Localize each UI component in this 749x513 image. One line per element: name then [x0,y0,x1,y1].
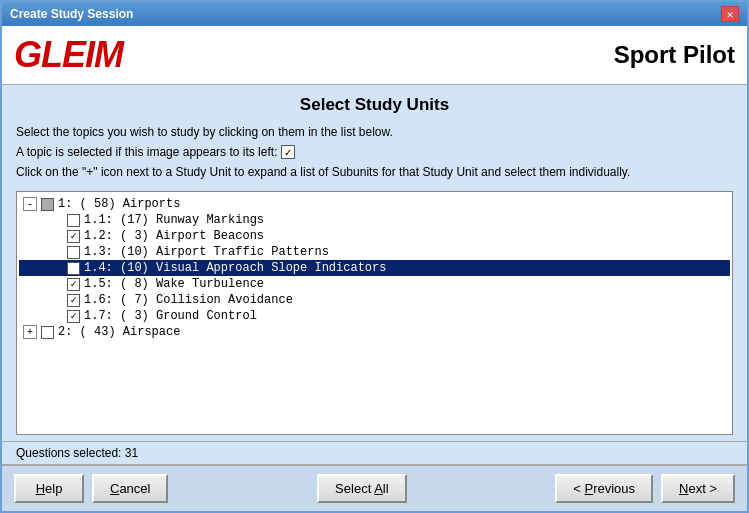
status-bar: Questions selected: 31 [2,441,747,464]
button-bar: Help Cancel Select All < Previous Next > [2,464,747,511]
center-buttons: Select All [317,474,406,503]
item-checkbox[interactable] [67,262,80,275]
list-item[interactable]: 1.1: (17) Runway Markings [19,212,730,228]
item-label: 2: ( 43) Airspace [58,325,180,339]
title-bar-text: Create Study Session [10,7,133,21]
list-item[interactable]: 1.6: ( 7) Collision Avoidance [19,292,730,308]
header-brand: GLEIM Sport Pilot [2,26,747,85]
item-label: 1.1: (17) Runway Markings [84,213,264,227]
expand-icon[interactable]: + [23,325,37,339]
list-item[interactable]: 1.3: (10) Airport Traffic Patterns [19,244,730,260]
instruction-3: Click on the "+" icon next to a Study Un… [16,163,733,181]
instruction-2: A topic is selected if this image appear… [16,143,733,161]
collapse-icon[interactable]: - [23,197,37,211]
list-item[interactable]: 1.4: (10) Visual Approach Slope Indicato… [19,260,730,276]
instruction-1: Select the topics you wish to study by c… [16,123,733,141]
sample-checkbox [281,145,295,159]
item-checkbox[interactable] [67,246,80,259]
item-checkbox[interactable] [67,214,80,227]
page-title: Select Study Units [16,95,733,115]
item-checkbox[interactable] [41,198,54,211]
item-label: 1: ( 58) Airports [58,197,180,211]
cancel-button[interactable]: Cancel [92,474,168,503]
product-title: Sport Pilot [614,41,735,69]
right-buttons: < Previous Next > [555,474,735,503]
list-item[interactable]: 1.5: ( 8) Wake Turbulence [19,276,730,292]
help-button[interactable]: Help [14,474,84,503]
item-checkbox[interactable] [41,326,54,339]
item-label: 1.3: (10) Airport Traffic Patterns [84,245,329,259]
item-checkbox[interactable] [67,294,80,307]
next-button[interactable]: Next > [661,474,735,503]
item-checkbox[interactable] [67,278,80,291]
main-window: Create Study Session ✕ GLEIM Sport Pilot… [0,0,749,513]
questions-selected-label: Questions selected: 31 [16,446,138,460]
item-label: 1.4: (10) Visual Approach Slope Indicato… [84,261,386,275]
list-item[interactable]: -1: ( 58) Airports [19,196,730,212]
title-bar: Create Study Session ✕ [2,2,747,26]
left-buttons: Help Cancel [14,474,168,503]
gleim-logo: GLEIM [14,34,123,76]
close-button[interactable]: ✕ [721,6,739,22]
item-label: 1.5: ( 8) Wake Turbulence [84,277,264,291]
item-label: 1.6: ( 7) Collision Avoidance [84,293,293,307]
item-checkbox[interactable] [67,310,80,323]
select-all-button[interactable]: Select All [317,474,406,503]
list-item[interactable]: 1.7: ( 3) Ground Control [19,308,730,324]
list-item[interactable]: +2: ( 43) Airspace [19,324,730,340]
study-units-list[interactable]: -1: ( 58) Airports1.1: (17) Runway Marki… [16,191,733,435]
item-label: 1.7: ( 3) Ground Control [84,309,257,323]
item-checkbox[interactable] [67,230,80,243]
content-area: Select Study Units Select the topics you… [2,85,747,441]
previous-button[interactable]: < Previous [555,474,653,503]
item-label: 1.2: ( 3) Airport Beacons [84,229,264,243]
list-item[interactable]: 1.2: ( 3) Airport Beacons [19,228,730,244]
